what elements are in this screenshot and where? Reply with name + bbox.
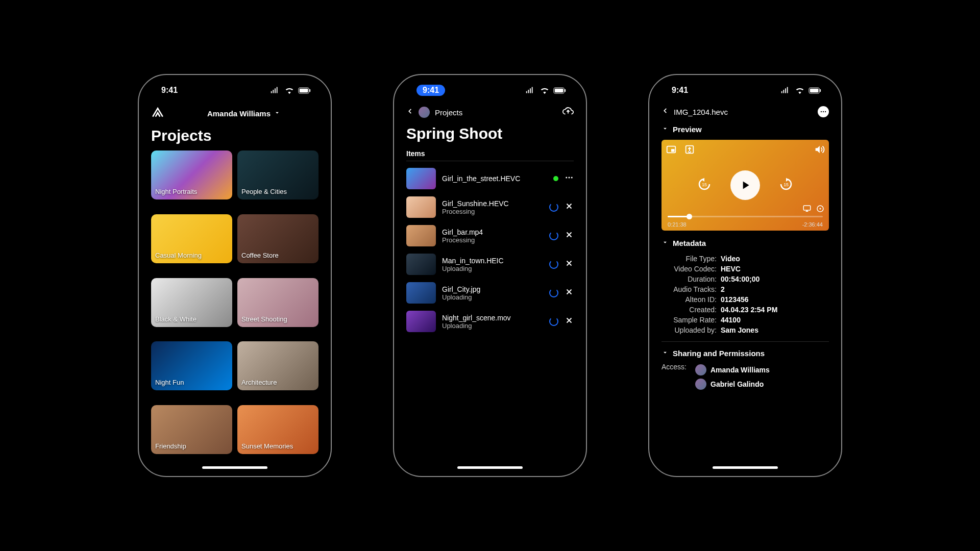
- sharing-section-toggle[interactable]: Sharing and Permissions: [652, 345, 838, 362]
- items-list: Girl_in_the_street.HEVC Girl_Sunshine.HE…: [397, 164, 583, 473]
- header: Projects: [397, 103, 583, 122]
- user-name: Amanda Williams: [207, 109, 271, 118]
- list-item[interactable]: Night_girl_scene.movUploading: [403, 307, 577, 336]
- svg-point-8: [571, 177, 573, 179]
- avatar-icon: [419, 107, 430, 118]
- rewind-15-icon[interactable]: 15: [697, 177, 712, 194]
- svg-rect-1: [300, 88, 308, 92]
- metadata-list: File Type:Video Video Codec:HEVC Duratio…: [652, 252, 838, 337]
- list-item[interactable]: Girl_City.jpgUploading: [403, 279, 577, 307]
- close-icon[interactable]: [565, 259, 574, 270]
- list-item[interactable]: Girl_Sunshine.HEVCProcessing: [403, 193, 577, 221]
- status-bar: 9:41: [142, 78, 328, 103]
- svg-rect-10: [810, 88, 819, 92]
- project-card[interactable]: Sunset Memories: [237, 405, 318, 454]
- battery-icon: [298, 87, 311, 94]
- close-icon[interactable]: [565, 287, 574, 298]
- settings-icon[interactable]: [816, 204, 825, 215]
- header: IMG_1204.hevc: [652, 103, 838, 121]
- person-row[interactable]: Gabriel Galindo: [695, 377, 770, 391]
- project-card[interactable]: Coffee Store: [237, 214, 318, 263]
- user-selector[interactable]: Amanda Williams: [169, 109, 318, 118]
- status-time: 9:41: [161, 86, 178, 95]
- svg-rect-5: [565, 89, 566, 92]
- home-indicator[interactable]: [202, 466, 267, 469]
- close-icon[interactable]: [565, 230, 574, 241]
- app-logo-icon: [151, 106, 164, 121]
- home-indicator[interactable]: [457, 466, 523, 469]
- wifi-icon: [284, 85, 295, 96]
- close-icon[interactable]: [565, 202, 574, 213]
- more-icon[interactable]: [818, 106, 829, 117]
- project-card[interactable]: Architecture: [237, 341, 318, 390]
- cloud-upload-icon[interactable]: [562, 106, 574, 119]
- spinner-icon: [549, 288, 558, 297]
- divider: [406, 161, 574, 161]
- access-label: Access:: [662, 363, 690, 391]
- breadcrumb-text[interactable]: Projects: [435, 108, 462, 117]
- meta-row: Video Codec:HEVC: [662, 264, 829, 274]
- spinner-icon: [549, 203, 558, 212]
- chevron-down-icon: [662, 349, 669, 358]
- wifi-icon: [539, 85, 550, 96]
- svg-point-12: [821, 111, 822, 112]
- battery-icon: [808, 87, 822, 94]
- chevron-down-icon: [662, 125, 669, 134]
- project-card[interactable]: Night Fun: [151, 341, 232, 390]
- project-card[interactable]: Street Shooting: [237, 278, 318, 327]
- status-icons: [270, 85, 311, 96]
- metadata-section-toggle[interactable]: Metadata: [652, 235, 838, 252]
- status-time-pill: 9:41: [416, 85, 445, 96]
- meta-row: Alteon ID:0123456: [662, 294, 829, 305]
- time-remaining: -2:36:44: [802, 221, 823, 228]
- signal-icon: [270, 85, 281, 96]
- back-button[interactable]: [662, 106, 669, 118]
- svg-rect-20: [803, 206, 811, 210]
- meta-row: Created:04.04.23 2:54 PM: [662, 305, 829, 315]
- list-item[interactable]: Girl_bar.mp4Processing: [403, 221, 577, 250]
- list-item[interactable]: Girl_in_the_street.HEVC: [403, 164, 577, 193]
- forward-15-icon[interactable]: 15: [778, 177, 794, 194]
- more-icon[interactable]: [565, 173, 574, 184]
- svg-text:15: 15: [783, 182, 789, 187]
- signal-icon: [525, 85, 536, 96]
- screen-projects: 9:41 Amanda Williams Projects Night Port…: [142, 78, 328, 473]
- expand-icon[interactable]: [684, 144, 695, 157]
- spinner-icon: [549, 317, 558, 326]
- file-title: IMG_1204.hevc: [674, 108, 728, 116]
- list-item[interactable]: Man_in_town.HEICUploading: [403, 250, 577, 279]
- person-row[interactable]: Amanda Williams: [695, 363, 770, 377]
- airplay-icon[interactable]: [802, 204, 812, 215]
- spinner-icon: [549, 260, 558, 269]
- project-card[interactable]: Black & White: [151, 278, 232, 327]
- header: Amanda Williams: [142, 103, 328, 124]
- wifi-icon: [794, 85, 805, 96]
- home-indicator[interactable]: [713, 466, 778, 469]
- preview-section-toggle[interactable]: Preview: [652, 121, 838, 138]
- svg-point-22: [820, 208, 821, 210]
- project-card[interactable]: Night Portraits: [151, 151, 232, 199]
- progress-bar[interactable]: [668, 216, 823, 217]
- svg-point-13: [823, 111, 824, 112]
- project-card[interactable]: Casual Morning: [151, 214, 232, 263]
- chevron-down-icon: [274, 109, 281, 118]
- video-preview[interactable]: 15 15 0:21:38-2:36:44: [662, 140, 829, 231]
- status-bar: 9:41: [397, 78, 583, 103]
- time-elapsed: 0:21:38: [668, 221, 687, 228]
- svg-rect-16: [671, 149, 674, 152]
- volume-icon[interactable]: [814, 144, 825, 157]
- play-button[interactable]: [730, 170, 760, 200]
- status-icons: [780, 85, 822, 96]
- screen-detail: 9:41 IMG_1204.hevc Preview 15 15: [652, 78, 838, 473]
- back-button[interactable]: [406, 106, 413, 118]
- phone-frame-projects: 9:41 Amanda Williams Projects Night Port…: [138, 74, 332, 477]
- project-card[interactable]: Friendship: [151, 405, 232, 454]
- svg-text:15: 15: [702, 182, 707, 187]
- project-card[interactable]: People & Cities: [237, 151, 318, 199]
- pip-icon[interactable]: [666, 144, 677, 157]
- chevron-down-icon: [662, 239, 669, 247]
- page-title: Spring Shoot: [397, 122, 583, 148]
- divider: [662, 341, 829, 342]
- svg-rect-11: [820, 89, 821, 92]
- close-icon[interactable]: [565, 316, 574, 327]
